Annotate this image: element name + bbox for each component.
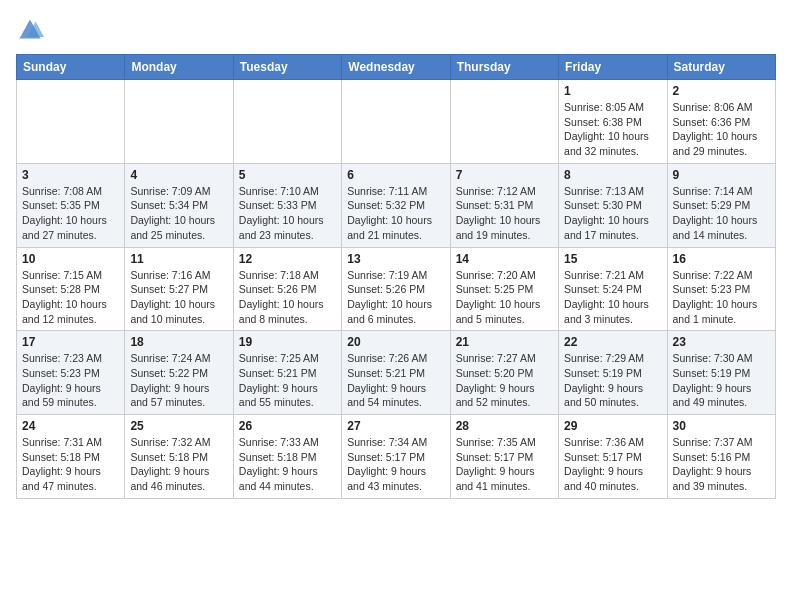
day-number: 30 [673,419,770,433]
day-info: Sunrise: 7:32 AM Sunset: 5:18 PM Dayligh… [130,435,227,494]
day-number: 14 [456,252,553,266]
day-info: Sunrise: 7:09 AM Sunset: 5:34 PM Dayligh… [130,184,227,243]
day-number: 29 [564,419,661,433]
day-info: Sunrise: 7:19 AM Sunset: 5:26 PM Dayligh… [347,268,444,327]
calendar-cell: 30Sunrise: 7:37 AM Sunset: 5:16 PM Dayli… [667,415,775,499]
calendar-cell: 23Sunrise: 7:30 AM Sunset: 5:19 PM Dayli… [667,331,775,415]
day-info: Sunrise: 7:14 AM Sunset: 5:29 PM Dayligh… [673,184,770,243]
calendar-cell: 5Sunrise: 7:10 AM Sunset: 5:33 PM Daylig… [233,163,341,247]
calendar-cell: 15Sunrise: 7:21 AM Sunset: 5:24 PM Dayli… [559,247,667,331]
day-number: 13 [347,252,444,266]
day-info: Sunrise: 8:06 AM Sunset: 6:36 PM Dayligh… [673,100,770,159]
calendar-cell: 1Sunrise: 8:05 AM Sunset: 6:38 PM Daylig… [559,80,667,164]
day-info: Sunrise: 7:26 AM Sunset: 5:21 PM Dayligh… [347,351,444,410]
calendar-cell: 8Sunrise: 7:13 AM Sunset: 5:30 PM Daylig… [559,163,667,247]
day-number: 23 [673,335,770,349]
day-info: Sunrise: 7:27 AM Sunset: 5:20 PM Dayligh… [456,351,553,410]
day-number: 2 [673,84,770,98]
day-info: Sunrise: 7:34 AM Sunset: 5:17 PM Dayligh… [347,435,444,494]
day-info: Sunrise: 7:13 AM Sunset: 5:30 PM Dayligh… [564,184,661,243]
logo-icon [16,16,44,44]
calendar-cell: 7Sunrise: 7:12 AM Sunset: 5:31 PM Daylig… [450,163,558,247]
weekday-header-wednesday: Wednesday [342,55,450,80]
calendar-table: SundayMondayTuesdayWednesdayThursdayFrid… [16,54,776,499]
day-info: Sunrise: 7:22 AM Sunset: 5:23 PM Dayligh… [673,268,770,327]
calendar-cell: 20Sunrise: 7:26 AM Sunset: 5:21 PM Dayli… [342,331,450,415]
calendar-cell: 19Sunrise: 7:25 AM Sunset: 5:21 PM Dayli… [233,331,341,415]
day-info: Sunrise: 7:30 AM Sunset: 5:19 PM Dayligh… [673,351,770,410]
calendar-cell: 4Sunrise: 7:09 AM Sunset: 5:34 PM Daylig… [125,163,233,247]
day-info: Sunrise: 7:15 AM Sunset: 5:28 PM Dayligh… [22,268,119,327]
calendar-cell [233,80,341,164]
calendar-cell: 26Sunrise: 7:33 AM Sunset: 5:18 PM Dayli… [233,415,341,499]
day-info: Sunrise: 8:05 AM Sunset: 6:38 PM Dayligh… [564,100,661,159]
weekday-header-row: SundayMondayTuesdayWednesdayThursdayFrid… [17,55,776,80]
day-info: Sunrise: 7:08 AM Sunset: 5:35 PM Dayligh… [22,184,119,243]
day-number: 6 [347,168,444,182]
calendar-cell: 6Sunrise: 7:11 AM Sunset: 5:32 PM Daylig… [342,163,450,247]
calendar-cell: 16Sunrise: 7:22 AM Sunset: 5:23 PM Dayli… [667,247,775,331]
calendar-cell: 13Sunrise: 7:19 AM Sunset: 5:26 PM Dayli… [342,247,450,331]
calendar-week-5: 24Sunrise: 7:31 AM Sunset: 5:18 PM Dayli… [17,415,776,499]
calendar-cell: 21Sunrise: 7:27 AM Sunset: 5:20 PM Dayli… [450,331,558,415]
calendar-cell: 11Sunrise: 7:16 AM Sunset: 5:27 PM Dayli… [125,247,233,331]
calendar-cell: 24Sunrise: 7:31 AM Sunset: 5:18 PM Dayli… [17,415,125,499]
calendar-cell [125,80,233,164]
day-info: Sunrise: 7:11 AM Sunset: 5:32 PM Dayligh… [347,184,444,243]
day-number: 27 [347,419,444,433]
day-number: 16 [673,252,770,266]
calendar-cell: 10Sunrise: 7:15 AM Sunset: 5:28 PM Dayli… [17,247,125,331]
day-info: Sunrise: 7:33 AM Sunset: 5:18 PM Dayligh… [239,435,336,494]
weekday-header-tuesday: Tuesday [233,55,341,80]
day-number: 25 [130,419,227,433]
day-info: Sunrise: 7:10 AM Sunset: 5:33 PM Dayligh… [239,184,336,243]
weekday-header-thursday: Thursday [450,55,558,80]
weekday-header-sunday: Sunday [17,55,125,80]
calendar-week-3: 10Sunrise: 7:15 AM Sunset: 5:28 PM Dayli… [17,247,776,331]
day-info: Sunrise: 7:31 AM Sunset: 5:18 PM Dayligh… [22,435,119,494]
day-number: 11 [130,252,227,266]
day-info: Sunrise: 7:12 AM Sunset: 5:31 PM Dayligh… [456,184,553,243]
day-number: 3 [22,168,119,182]
day-info: Sunrise: 7:24 AM Sunset: 5:22 PM Dayligh… [130,351,227,410]
day-number: 12 [239,252,336,266]
calendar-cell: 18Sunrise: 7:24 AM Sunset: 5:22 PM Dayli… [125,331,233,415]
day-info: Sunrise: 7:37 AM Sunset: 5:16 PM Dayligh… [673,435,770,494]
day-number: 4 [130,168,227,182]
day-number: 20 [347,335,444,349]
day-info: Sunrise: 7:23 AM Sunset: 5:23 PM Dayligh… [22,351,119,410]
day-number: 21 [456,335,553,349]
calendar-week-4: 17Sunrise: 7:23 AM Sunset: 5:23 PM Dayli… [17,331,776,415]
calendar-cell: 2Sunrise: 8:06 AM Sunset: 6:36 PM Daylig… [667,80,775,164]
day-info: Sunrise: 7:25 AM Sunset: 5:21 PM Dayligh… [239,351,336,410]
calendar-cell: 28Sunrise: 7:35 AM Sunset: 5:17 PM Dayli… [450,415,558,499]
calendar-cell: 27Sunrise: 7:34 AM Sunset: 5:17 PM Dayli… [342,415,450,499]
calendar-cell: 17Sunrise: 7:23 AM Sunset: 5:23 PM Dayli… [17,331,125,415]
day-number: 24 [22,419,119,433]
day-info: Sunrise: 7:21 AM Sunset: 5:24 PM Dayligh… [564,268,661,327]
day-number: 5 [239,168,336,182]
calendar-cell: 25Sunrise: 7:32 AM Sunset: 5:18 PM Dayli… [125,415,233,499]
calendar-cell: 14Sunrise: 7:20 AM Sunset: 5:25 PM Dayli… [450,247,558,331]
calendar-cell: 9Sunrise: 7:14 AM Sunset: 5:29 PM Daylig… [667,163,775,247]
day-number: 19 [239,335,336,349]
calendar-cell [17,80,125,164]
day-number: 9 [673,168,770,182]
day-info: Sunrise: 7:36 AM Sunset: 5:17 PM Dayligh… [564,435,661,494]
day-number: 18 [130,335,227,349]
day-number: 10 [22,252,119,266]
calendar-cell: 29Sunrise: 7:36 AM Sunset: 5:17 PM Dayli… [559,415,667,499]
day-number: 17 [22,335,119,349]
page-header [16,16,776,44]
day-number: 15 [564,252,661,266]
calendar-cell: 12Sunrise: 7:18 AM Sunset: 5:26 PM Dayli… [233,247,341,331]
calendar-cell: 3Sunrise: 7:08 AM Sunset: 5:35 PM Daylig… [17,163,125,247]
calendar-week-1: 1Sunrise: 8:05 AM Sunset: 6:38 PM Daylig… [17,80,776,164]
day-info: Sunrise: 7:20 AM Sunset: 5:25 PM Dayligh… [456,268,553,327]
day-number: 28 [456,419,553,433]
day-number: 8 [564,168,661,182]
calendar-cell [450,80,558,164]
weekday-header-monday: Monday [125,55,233,80]
day-info: Sunrise: 7:29 AM Sunset: 5:19 PM Dayligh… [564,351,661,410]
day-number: 1 [564,84,661,98]
